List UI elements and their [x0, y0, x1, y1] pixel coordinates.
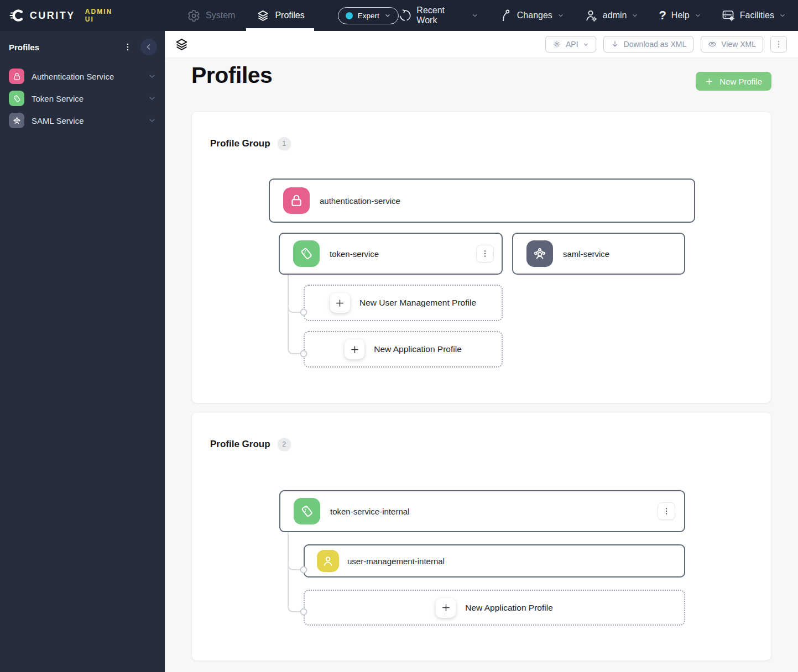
primary-nav: System Profiles [187, 0, 305, 31]
mode-status-dot [346, 12, 353, 19]
download-as-xml-button[interactable]: Download as XML [603, 36, 694, 53]
ticket-icon [293, 240, 320, 267]
profile-group-badge: 1 [278, 137, 291, 150]
new-profile-node-label: New Application Profile [465, 603, 553, 613]
new-profile-button[interactable]: New Profile [696, 72, 771, 91]
tab-system[interactable]: System [187, 0, 235, 31]
kebab-icon [662, 507, 671, 516]
group-icon [9, 113, 24, 128]
api-button-label: API [566, 40, 578, 49]
lock-icon [9, 69, 24, 84]
menu-help-label: Help [671, 11, 690, 20]
profile-node-token-service-internal[interactable]: token-service-internal [279, 490, 685, 532]
view-xml-button[interactable]: View XML [701, 36, 763, 53]
menu-facilities[interactable]: Facilities [722, 9, 786, 22]
new-profile-node-label: New User Management Profile [359, 298, 476, 308]
sidebar-item-token-service[interactable]: Token Service [0, 87, 165, 109]
history-icon [399, 9, 412, 22]
menu-recent-work[interactable]: Recent Work [399, 6, 478, 25]
profile-group-2-card: Profile Group 2 [191, 412, 771, 661]
node-kebab-button[interactable] [658, 502, 675, 520]
ticket-icon [294, 498, 320, 524]
new-profile-label: New Profile [719, 77, 762, 86]
api-button[interactable]: API [545, 36, 596, 53]
layers-icon [257, 9, 269, 22]
menu-changes[interactable]: Changes [499, 9, 564, 22]
menu-recent-work-label: Recent Work [416, 6, 467, 25]
kebab-icon [774, 40, 783, 49]
profile-node-label: token-service [330, 249, 379, 259]
profile-node-label: authentication-service [320, 196, 400, 206]
chevron-down-icon [779, 12, 786, 19]
content-area: Profiles New Profile Profile Group 1 [165, 62, 798, 661]
user-gear-icon [585, 9, 598, 22]
profile-group-1-card: Profile Group 1 auth [191, 111, 771, 403]
navbar-menus: Recent Work Changes admin [399, 6, 786, 25]
mode-label: Expert [358, 12, 379, 20]
menu-help[interactable]: ? Help [659, 9, 701, 22]
page-head: Profiles New Profile [191, 62, 771, 91]
toolbar-kebab-button[interactable] [770, 36, 787, 53]
plus-icon [705, 77, 713, 86]
toolbar-actions: API Download as XML View XML [545, 36, 787, 53]
main-content: API Download as XML View XML [165, 31, 798, 672]
chevron-down-icon [583, 41, 589, 48]
menu-admin-label: admin [603, 11, 627, 20]
sidebar-header: Profiles [0, 31, 165, 62]
chevron-down-icon [472, 12, 478, 19]
menu-changes-label: Changes [517, 11, 552, 20]
profile-group-label: Profile Group [210, 138, 270, 149]
chevron-left-icon [145, 43, 153, 51]
person-icon [317, 550, 339, 572]
brand-name: CURITY [30, 10, 75, 22]
page-toolbar: API Download as XML View XML [165, 31, 798, 58]
tab-profiles[interactable]: Profiles [257, 0, 304, 31]
plus-icon [441, 603, 451, 612]
chevron-down-icon [148, 95, 156, 102]
profile-node-label: token-service-internal [330, 507, 409, 516]
chevron-down-icon [632, 12, 638, 19]
top-navbar: CURITY ADMIN UI System Profiles [0, 0, 798, 31]
chevron-down-icon [695, 12, 701, 19]
new-application-profile-node[interactable]: New Application Profile [304, 590, 685, 626]
add-button[interactable] [330, 293, 350, 313]
profile-group-badge: 2 [278, 438, 291, 451]
eye-icon [708, 40, 717, 49]
kebab-icon [123, 43, 132, 51]
profile-node-user-management-internal[interactable]: user-management-internal [304, 544, 685, 578]
profile-node-saml-service[interactable]: saml-service [512, 233, 685, 275]
add-button[interactable] [345, 339, 364, 359]
menu-admin[interactable]: admin [585, 9, 639, 22]
profile-node-label: saml-service [563, 249, 609, 259]
curity-logo-icon [9, 7, 25, 24]
tab-system-label: System [206, 11, 235, 20]
plus-icon [335, 298, 345, 308]
sidebar-item-label: Authentication Service [32, 72, 141, 81]
hub-icon [552, 40, 561, 49]
new-user-management-profile-node[interactable]: New User Management Profile [304, 285, 503, 321]
sidebar-kebab-button[interactable] [122, 41, 134, 53]
add-button[interactable] [436, 598, 456, 618]
new-application-profile-node[interactable]: New Application Profile [304, 331, 503, 368]
chevron-down-icon [148, 72, 156, 80]
tab-profiles-label: Profiles [275, 11, 304, 20]
node-kebab-button[interactable] [476, 245, 494, 262]
layers-icon [175, 38, 189, 51]
brand-home[interactable]: CURITY ADMIN UI [9, 7, 124, 24]
page-title: Profiles [191, 62, 272, 88]
profile-node-label: user-management-internal [347, 556, 445, 566]
changes-icon [499, 9, 512, 22]
question-mark-icon: ? [659, 9, 666, 22]
profile-node-authentication-service[interactable]: authentication-service [269, 179, 695, 223]
view-xml-label: View XML [721, 40, 756, 49]
sidebar-item-label: SAML Service [32, 116, 141, 125]
facilities-icon [722, 9, 735, 22]
sidebar-collapse-button[interactable] [140, 39, 157, 55]
profile-node-token-service[interactable]: token-service [279, 233, 503, 275]
sidebar-item-label: Token Service [32, 94, 141, 103]
mode-selector[interactable]: Expert [338, 7, 399, 24]
sidebar-item-authentication-service[interactable]: Authentication Service [0, 65, 165, 87]
sidebar-items: Authentication Service Token Service [0, 62, 165, 132]
sidebar-item-saml-service[interactable]: SAML Service [0, 109, 165, 132]
lock-icon [283, 187, 310, 214]
